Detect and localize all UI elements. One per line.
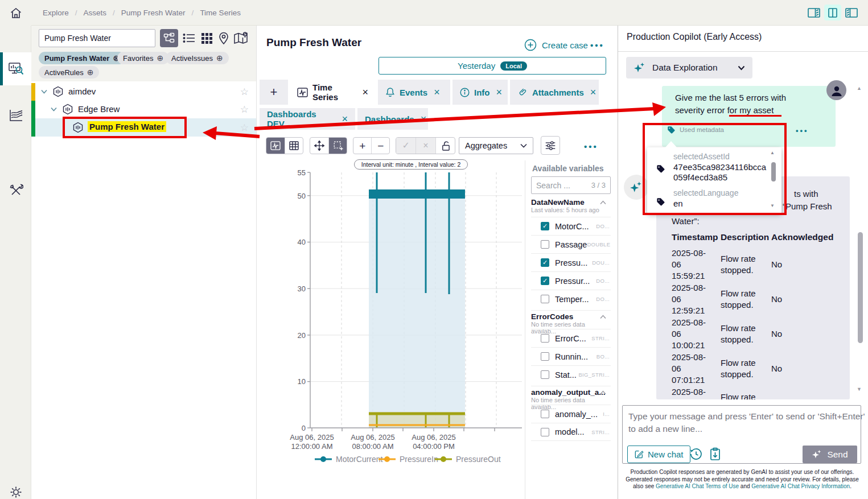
zoom-out-button[interactable]: − <box>371 138 389 154</box>
scroll-up-icon[interactable]: ▲ <box>857 85 862 91</box>
chevron-down-icon[interactable] <box>51 107 57 112</box>
checkbox-unchecked[interactable] <box>541 240 549 249</box>
chat-input[interactable]: Type your message and press 'Enter' to s… <box>622 405 861 464</box>
rail-item-tools[interactable] <box>0 175 31 207</box>
breadcrumb-time-series[interactable]: Time Series <box>200 9 241 17</box>
create-case-button[interactable]: Create case <box>524 39 588 51</box>
chevron-down-icon[interactable] <box>41 89 47 94</box>
tree-row-aimdev[interactable]: aimdev ☆ <box>31 83 256 101</box>
tree-row-edge-brew[interactable]: Edge Brew ☆ <box>31 101 256 118</box>
tab-time-series[interactable]: Time Series × <box>290 80 376 105</box>
favorite-star-icon[interactable]: ☆ <box>240 104 249 116</box>
collapse-chevron-icon[interactable] <box>600 390 606 395</box>
variable-row-temperature[interactable]: Temper...DO... <box>531 290 611 308</box>
variable-row-passage[interactable]: PassageDOUBLE <box>531 235 611 253</box>
filter-chip-activeissues[interactable]: ActiveIssues⊕ <box>166 52 229 64</box>
breadcrumb-explore[interactable]: Explore <box>43 9 69 17</box>
tree-label[interactable]: Edge Brew <box>78 104 120 114</box>
add-filter-icon[interactable]: ⊕ <box>87 68 94 77</box>
close-tab-icon[interactable]: × <box>434 86 440 98</box>
tab-dashboards[interactable]: Dashboards × <box>357 108 428 130</box>
checkbox-unchecked[interactable] <box>541 428 549 436</box>
send-button[interactable]: Send <box>803 446 857 463</box>
privacy-information-link[interactable]: Generative AI Chat Privacy Information <box>751 483 850 489</box>
map-view-button[interactable] <box>232 29 250 47</box>
favorite-star-icon[interactable]: ☆ <box>240 86 249 98</box>
variable-row-pressureout[interactable]: ✓ Pressur...DO... <box>531 271 611 290</box>
add-tab-button[interactable]: + <box>260 80 288 105</box>
tree-label[interactable]: aimdev <box>68 86 96 96</box>
checkbox-checked[interactable]: ✓ <box>541 277 549 285</box>
message-more-button[interactable]: ••• <box>796 126 809 135</box>
history-icon[interactable] <box>689 447 703 461</box>
variable-row-status[interactable]: Stat...BIG_STRI... <box>531 365 611 383</box>
filter-chip-activerules[interactable]: ActiveRules⊕ <box>39 66 99 79</box>
close-tab-icon[interactable]: × <box>496 86 503 98</box>
layout-right-panel-icon[interactable] <box>805 5 822 20</box>
scrollbar-thumb[interactable] <box>858 232 863 343</box>
variable-group-header[interactable]: DataNewName Last values: 5 hours ago <box>531 198 611 213</box>
tab-dashboards-dev[interactable]: Dashboards DEV × <box>260 108 355 130</box>
zoom-in-button[interactable]: + <box>353 138 371 154</box>
terms-of-use-link[interactable]: Generative AI Chat Terms of Use <box>656 483 739 489</box>
new-chat-button[interactable]: New chat <box>627 446 690 463</box>
time-range-selector[interactable]: Yesterday Local <box>379 57 606 75</box>
layout-split-icon[interactable] <box>824 5 841 20</box>
tree-view-button[interactable] <box>160 29 178 47</box>
chart-more-button[interactable]: ••• <box>584 142 598 151</box>
close-tab-icon[interactable]: × <box>342 113 348 125</box>
add-filter-icon[interactable]: ⊕ <box>157 53 163 63</box>
aggregates-dropdown[interactable]: Aggregates <box>459 137 533 154</box>
close-tab-icon[interactable]: × <box>590 86 597 98</box>
checkbox-unchecked[interactable] <box>541 352 549 361</box>
variable-row-pressurein[interactable]: ✓ Pressu...DOU... <box>531 253 611 271</box>
breadcrumb-asset-name[interactable]: Pump Fresh Water <box>121 9 186 17</box>
variable-row-model[interactable]: model...STRI... <box>531 423 611 441</box>
close-tab-icon[interactable]: × <box>421 113 427 125</box>
collapse-chevron-icon[interactable] <box>600 200 606 205</box>
checkbox-checked[interactable]: ✓ <box>541 222 549 230</box>
chart-legend[interactable]: MotorCurrent PressureIn PressureOut <box>315 455 501 464</box>
variable-row-errorcode[interactable]: ErrorC...STRI... <box>531 329 611 347</box>
rail-item-settings[interactable] <box>0 476 31 499</box>
checkbox-checked[interactable]: ✓ <box>541 258 549 267</box>
checkbox-unchecked[interactable] <box>541 334 549 343</box>
add-filter-icon[interactable]: ⊕ <box>216 53 223 63</box>
tab-info[interactable]: Info × <box>452 80 508 105</box>
checkbox-unchecked[interactable] <box>541 410 549 418</box>
pan-icon[interactable] <box>310 138 328 154</box>
tab-attachments[interactable]: Attachments × <box>510 80 599 105</box>
variable-row-anomaly[interactable]: anomaly_...I... <box>531 405 611 423</box>
collapse-chevron-icon[interactable] <box>600 315 606 319</box>
svg-text:30: 30 <box>298 284 306 293</box>
location-view-button[interactable] <box>217 29 231 47</box>
rail-item-asset-explorer[interactable] <box>0 52 31 85</box>
asset-search-input[interactable] <box>39 29 155 47</box>
variable-row-running[interactable]: Runnin...BO... <box>531 347 611 365</box>
paste-icon[interactable] <box>709 447 721 461</box>
layout-left-panel-icon[interactable] <box>843 5 860 20</box>
box-select-icon[interactable] <box>328 138 347 154</box>
checkbox-unchecked[interactable] <box>541 295 549 303</box>
more-options-button[interactable]: ••• <box>590 40 604 50</box>
home-button[interactable] <box>0 0 31 26</box>
table-view-button[interactable] <box>285 138 303 154</box>
close-tab-icon[interactable]: × <box>362 86 368 98</box>
scroll-down-icon[interactable]: ▼ <box>857 386 862 392</box>
checkbox-unchecked[interactable] <box>541 370 549 379</box>
copilot-mode-dropdown[interactable]: Data Exploration <box>626 57 752 79</box>
variables-search[interactable]: Search ... 3 / 3 <box>531 176 611 194</box>
filter-chip-pump-fresh-water[interactable]: Pump Fresh Water⊗ <box>39 52 125 64</box>
favorite-star-icon[interactable]: ☆ <box>240 122 249 134</box>
rail-item-trends[interactable] <box>0 100 31 131</box>
variable-row-motorcurrent[interactable]: ✓ MotorC...DO... <box>531 217 611 235</box>
grid-view-button[interactable] <box>199 29 214 47</box>
time-series-chart[interactable]: 55 50 40 30 20 10 0 Aug 06, 202512:00:00… <box>256 159 524 469</box>
tab-events[interactable]: Events × <box>378 80 450 105</box>
chart-view-button[interactable] <box>266 138 285 154</box>
chart-settings-button[interactable] <box>541 136 560 155</box>
unlock-button[interactable] <box>435 138 455 154</box>
list-view-button[interactable] <box>182 29 196 47</box>
breadcrumb-assets[interactable]: Assets <box>84 9 107 17</box>
filter-chip-favorites[interactable]: Favorites⊕ <box>117 52 169 64</box>
